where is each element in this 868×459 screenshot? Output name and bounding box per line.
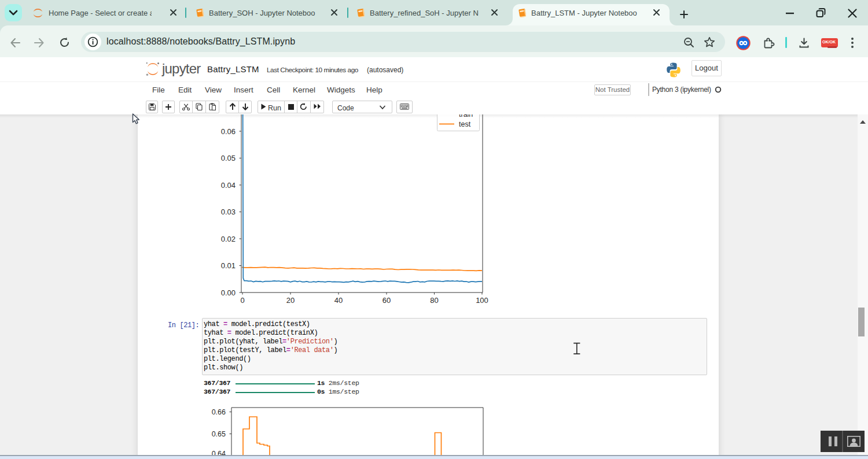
svg-text:80: 80 [430, 296, 438, 305]
svg-text:40: 40 [334, 296, 343, 305]
svg-text:0.02: 0.02 [221, 235, 236, 243]
svg-text:100: 100 [476, 296, 488, 305]
svg-text:0.00: 0.00 [221, 288, 236, 297]
svg-text:0: 0 [240, 296, 244, 305]
svg-text:0.64: 0.64 [212, 450, 226, 455]
svg-text:0.05: 0.05 [221, 154, 236, 162]
svg-text:0.01: 0.01 [221, 261, 236, 270]
svg-text:0.06: 0.06 [221, 127, 236, 136]
svg-text:test: test [459, 120, 471, 128]
svg-text:0.04: 0.04 [221, 181, 236, 190]
svg-text:0.66: 0.66 [212, 408, 226, 416]
svg-text:60: 60 [382, 296, 391, 305]
svg-text:0.65: 0.65 [212, 430, 226, 438]
svg-text:20: 20 [286, 296, 295, 305]
svg-text:train: train [459, 114, 473, 119]
svg-text:0.03: 0.03 [221, 208, 236, 216]
